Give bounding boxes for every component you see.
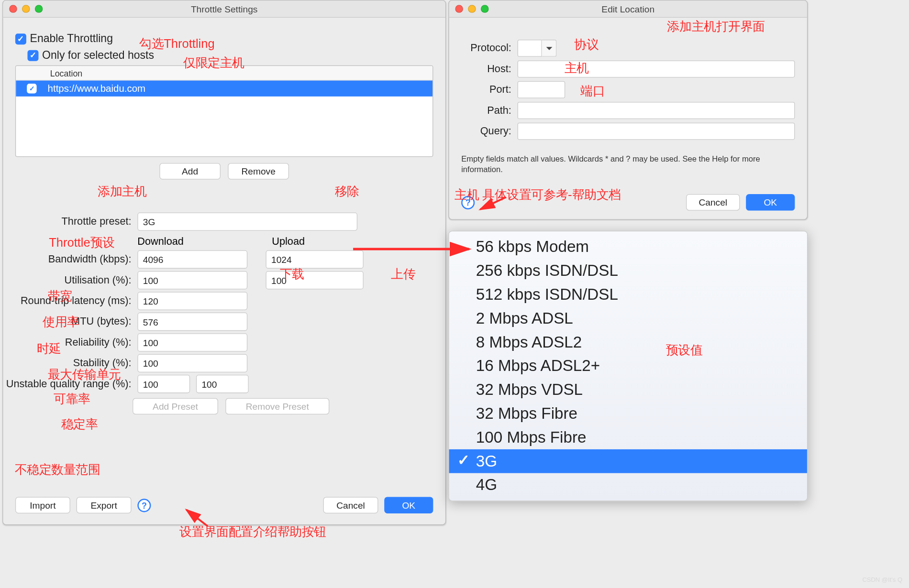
menu-item[interactable]: 256 kbps ISDN/DSL [449,259,807,283]
annotation: 设置界面配置介绍帮助按钮 [179,524,326,540]
menu-item[interactable]: 2 Mbps ADSL [449,306,807,330]
annotation: 勾选Throttling [139,35,215,52]
rtt-input[interactable] [137,292,247,310]
protocol-label: Protocol: [461,42,511,54]
menu-item[interactable]: 100 Mbps Fibre [449,425,807,449]
import-button[interactable]: Import [15,497,70,513]
preset-label: Throttle preset: [2,216,131,228]
help-icon[interactable]: ? [137,499,151,512]
protocol-combo[interactable] [518,40,557,57]
remove-button[interactable]: Remove [228,163,289,179]
menu-item[interactable]: 32 Mbps VDSL [449,378,807,402]
annotation: 移除 [335,183,359,199]
annotation: 上传 [391,266,415,283]
annotation: 添加主机打开界面 [667,18,765,34]
query-input[interactable] [518,123,795,140]
query-label: Query: [461,125,511,138]
unstable-hi-input[interactable] [196,375,249,393]
annotation: 可靠率 [54,391,90,407]
menu-item-selected[interactable]: 3G [449,449,807,473]
path-input[interactable] [518,102,795,119]
utilisation-label: Utilisation (%): [2,274,131,286]
menu-item[interactable]: 16 Mbps ADSL2+ [449,354,807,378]
annotation: Throttle预设 [49,234,115,250]
annotation: 带宽 [48,288,72,305]
annotation: 添加主机 [98,183,146,199]
window-controls[interactable] [455,5,488,13]
arrow-icon [353,240,475,261]
annotation: 下载 [280,266,304,283]
menu-item[interactable]: 512 kbps ISDN/DSL [449,283,807,306]
reliability-label: Reliability (%): [2,337,131,349]
watermark: CSDN @It's Q [862,576,902,583]
close-icon[interactable] [455,5,463,13]
preset-dropdown-menu[interactable]: 56 kbps Modem 256 kbps ISDN/DSL 512 kbps… [448,231,808,501]
add-preset-button[interactable]: Add Preset [133,398,218,414]
zoom-icon[interactable] [35,5,43,13]
chevron-down-icon[interactable] [542,40,557,57]
remove-preset-button[interactable]: Remove Preset [225,398,329,414]
annotation: 仅限定主机 [183,55,244,71]
path-label: Path: [461,104,511,117]
enable-label: Enable Throttling [30,33,113,45]
annotation: 协议 [574,37,599,53]
annotation: 时延 [37,341,61,357]
utilisation-download-input[interactable] [137,271,247,289]
enable-throttling-checkbox[interactable]: Enable Throttling [15,33,433,45]
menu-item[interactable]: 4G [449,473,807,497]
menu-item[interactable]: 32 Mbps Fibre [449,402,807,425]
ok-button[interactable]: OK [384,497,433,513]
menu-item[interactable]: 56 kbps Modem [449,235,807,259]
add-button[interactable]: Add [159,163,221,179]
annotation: 使用率 [43,314,79,330]
reliability-input[interactable] [137,333,247,351]
window-title: Edit Location [601,4,654,14]
table-row[interactable]: https://www.baidu.com [16,81,432,97]
wildcards-note: Empty fields match all values. Wildcards… [461,154,795,175]
checkbox-icon[interactable] [27,84,36,93]
bandwidth-label: Bandwidth (kbps): [2,253,131,266]
window-title: Throttle Settings [191,4,257,14]
host-input[interactable] [518,60,795,77]
checkbox-icon [15,33,26,44]
throttle-settings-window: Throttle Settings Enable Throttling Only… [2,0,446,525]
ok-button[interactable]: OK [746,194,795,210]
stability-input[interactable] [137,354,247,372]
window-controls[interactable] [9,5,43,13]
export-button[interactable]: Export [77,497,132,513]
only-label: Only for selected hosts [42,49,154,62]
unstable-lo-input[interactable] [137,375,190,393]
annotation: 最大传输单元 [48,366,121,382]
annotation: 稳定率 [61,416,98,433]
close-icon[interactable] [9,5,17,13]
menu-item[interactable]: 8 Mbps ADSL2 [449,330,807,354]
annotation: 主机 [565,60,589,76]
minimize-icon[interactable] [22,5,30,13]
annotation: 预设值 [666,342,703,358]
annotation: 主机 具体设置可参考-帮助文档 [454,187,621,203]
throttle-preset-select[interactable]: 3G [137,212,357,230]
preset-value: 3G [143,217,155,227]
col-location: Location [50,68,83,77]
cancel-button[interactable]: Cancel [686,194,740,210]
bandwidth-download-input[interactable] [137,250,247,269]
checkbox-icon [27,50,38,61]
annotation: 不稳定数量范围 [15,461,100,478]
zoom-icon[interactable] [481,5,489,13]
cancel-button[interactable]: Cancel [323,497,378,513]
host-label: Host: [461,63,511,76]
annotation: 端口 [580,83,605,99]
hosts-table[interactable]: Location https://www.baidu.com [15,65,433,157]
minimize-icon[interactable] [468,5,476,13]
port-label: Port: [461,84,511,96]
titlebar-right: Edit Location [449,0,807,18]
col-download: Download [137,236,247,248]
row-url: https://www.baidu.com [48,83,145,94]
titlebar-left: Throttle Settings [3,0,445,18]
port-input[interactable] [518,81,565,98]
mtu-input[interactable] [137,313,247,331]
